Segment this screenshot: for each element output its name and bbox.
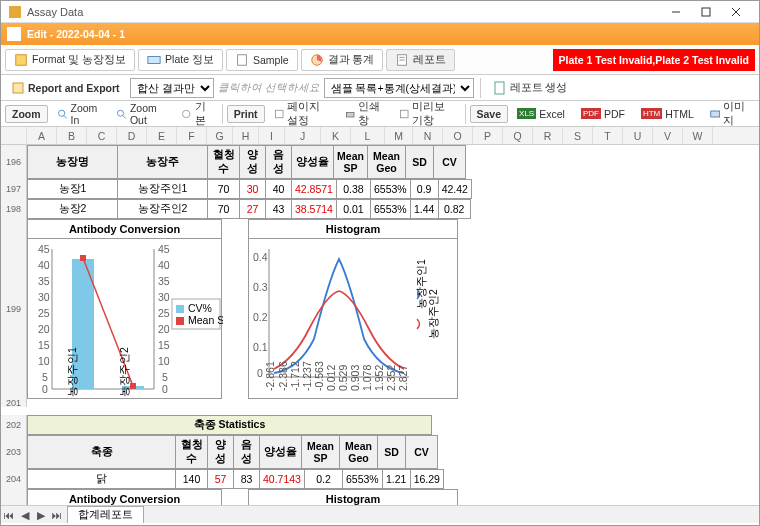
svg-text:15: 15 <box>158 339 170 351</box>
save-button[interactable]: Save <box>470 105 509 123</box>
sheet-nav-last[interactable]: ⏭ <box>49 509 65 521</box>
svg-rect-4 <box>16 54 27 65</box>
svg-text:5: 5 <box>162 371 168 383</box>
tab-format[interactable]: Format 및 농장정보 <box>5 49 135 71</box>
svg-text:25: 25 <box>38 307 50 319</box>
combo-result-type[interactable]: 합산 결과만 <box>130 78 214 98</box>
svg-text:1.078: 1.078 <box>361 365 373 391</box>
svg-text:0.1: 0.1 <box>253 341 268 353</box>
print-now-button[interactable]: 인쇄창 <box>338 97 390 131</box>
generate-report-button[interactable]: 레포트 생성 <box>487 78 574 98</box>
svg-text:45: 45 <box>38 243 50 255</box>
combo-hint: 클릭하여 선택하세요 <box>218 81 320 95</box>
sheet-nav-next[interactable]: ▶ <box>33 509 49 521</box>
svg-rect-6 <box>238 54 247 65</box>
chart2-title: Histogram <box>249 220 457 239</box>
page-setup-button[interactable]: 페이지설정 <box>267 97 336 131</box>
svg-text:30: 30 <box>158 291 170 303</box>
save-excel-button[interactable]: XLSExcel <box>510 105 572 123</box>
svg-text:-1.712: -1.712 <box>289 361 301 391</box>
print-button[interactable]: Print <box>227 105 265 123</box>
save-pdf-button[interactable]: PDFPDF <box>574 105 632 123</box>
svg-text:0.012: 0.012 <box>325 365 337 391</box>
svg-text:20: 20 <box>158 323 170 335</box>
tab-sample[interactable]: Sample <box>226 49 298 71</box>
svg-text:40: 40 <box>38 259 50 271</box>
svg-text:2.827: 2.827 <box>397 365 409 391</box>
sheet-tab[interactable]: 합계레포트 <box>67 506 144 524</box>
svg-text:40: 40 <box>158 259 170 271</box>
zoom-button[interactable]: Zoom <box>5 105 48 123</box>
save-image-button[interactable]: 이미지 <box>703 97 755 131</box>
table-row: 농장1농장주인170304042.85710.386553%0.942.42 <box>27 179 472 199</box>
table2-header: 축종혈청수양성음성양성율Mean SPMean GeoSDCV <box>27 435 438 469</box>
edit-label: Edit - 2022-04-04 - 1 <box>27 28 125 40</box>
chart-histogram: 0.40.30.20.10 농장주인1 농장주인2 -2.861-2.386-1… <box>249 239 459 397</box>
svg-text:0.529: 0.529 <box>337 365 349 391</box>
svg-rect-5 <box>148 56 160 63</box>
svg-text:25: 25 <box>158 307 170 319</box>
svg-text:0.4: 0.4 <box>253 251 268 263</box>
table-row: 농장2농장주인270274338.57140.016553%1.440.82 <box>27 199 471 219</box>
separator <box>480 78 481 98</box>
svg-text:0.2: 0.2 <box>253 311 268 323</box>
svg-text:농장주인1: 농장주인1 <box>66 347 78 397</box>
tab-plate[interactable]: Plate 정보 <box>138 49 223 71</box>
table1-header: 농장명농장주혈청수양성음성양성율Mean SPMean GeoSDCV <box>27 145 466 179</box>
svg-rect-1 <box>702 8 710 16</box>
sheet-nav-prev[interactable]: ◀ <box>17 509 33 521</box>
svg-rect-51 <box>176 305 184 313</box>
close-button[interactable] <box>721 3 751 21</box>
zoom-default-button[interactable]: 기본 <box>174 97 218 131</box>
edit-bar: Edit - 2022-04-04 - 1 <box>1 23 759 45</box>
svg-text:20: 20 <box>38 323 50 335</box>
svg-text:1.952: 1.952 <box>373 365 385 391</box>
zoomout-button[interactable]: Zoom Out <box>109 99 172 129</box>
svg-text:35: 35 <box>38 275 50 287</box>
window-title: Assay Data <box>27 6 661 18</box>
table-row: 닭140578340.71430.26553%1.2116.29 <box>27 469 444 489</box>
svg-rect-21 <box>711 111 720 117</box>
svg-rect-19 <box>346 112 353 116</box>
svg-point-15 <box>118 110 124 116</box>
svg-rect-53 <box>176 317 184 325</box>
stats-title: 축종 Statistics <box>27 415 432 435</box>
svg-line-16 <box>123 115 126 118</box>
svg-text:35: 35 <box>158 275 170 287</box>
sheet-tabs: ⏮ ◀ ▶ ⏭ 합계레포트 <box>1 505 759 523</box>
svg-rect-12 <box>495 82 504 94</box>
svg-text:10: 10 <box>38 355 50 367</box>
svg-text:45: 45 <box>158 243 170 255</box>
svg-text:15: 15 <box>38 339 50 351</box>
app-icon <box>9 6 21 18</box>
maximize-button[interactable] <box>691 3 721 21</box>
sheet-area[interactable]: 196 농장명농장주혈청수양성음성양성율Mean SPMean GeoSDCV … <box>1 145 759 505</box>
svg-line-14 <box>64 115 67 118</box>
svg-text:-2.386: -2.386 <box>277 361 289 391</box>
tab-report[interactable]: 레포트 <box>386 49 455 71</box>
tab-result[interactable]: 결과 통계 <box>301 49 384 71</box>
svg-text:CV%: CV% <box>188 302 212 314</box>
svg-text:0.3: 0.3 <box>253 281 268 293</box>
svg-text:-1.237: -1.237 <box>301 361 313 391</box>
row-number[interactable]: 196 <box>1 145 27 179</box>
preview-button[interactable]: 미리보기창 <box>392 97 461 131</box>
sheet-nav-first[interactable]: ⏮ <box>1 509 17 521</box>
column-header[interactable]: ABCDEFGHIJKLMNOPQRSTUVW <box>1 127 759 145</box>
report-export-label: Report and Export <box>5 78 126 98</box>
svg-point-17 <box>183 110 190 117</box>
svg-text:5: 5 <box>42 371 48 383</box>
zoomin-button[interactable]: Zoom In <box>50 99 108 129</box>
svg-text:농장주인1: 농장주인1 <box>415 259 427 309</box>
svg-point-13 <box>58 110 64 116</box>
chart4-title: Histogram <box>249 490 457 505</box>
chart1-title: Antibody Conversion <box>28 220 221 239</box>
svg-rect-20 <box>400 110 408 118</box>
edit-icon <box>7 27 21 41</box>
combo-detail-type[interactable]: 샘플 목록+통계(상세결과) <box>324 78 474 98</box>
svg-text:0: 0 <box>257 367 263 379</box>
svg-text:농장주인2: 농장주인2 <box>427 289 439 339</box>
svg-text:-0.563: -0.563 <box>313 361 325 391</box>
save-html-button[interactable]: HTMHTML <box>634 105 701 123</box>
minimize-button[interactable] <box>661 3 691 21</box>
